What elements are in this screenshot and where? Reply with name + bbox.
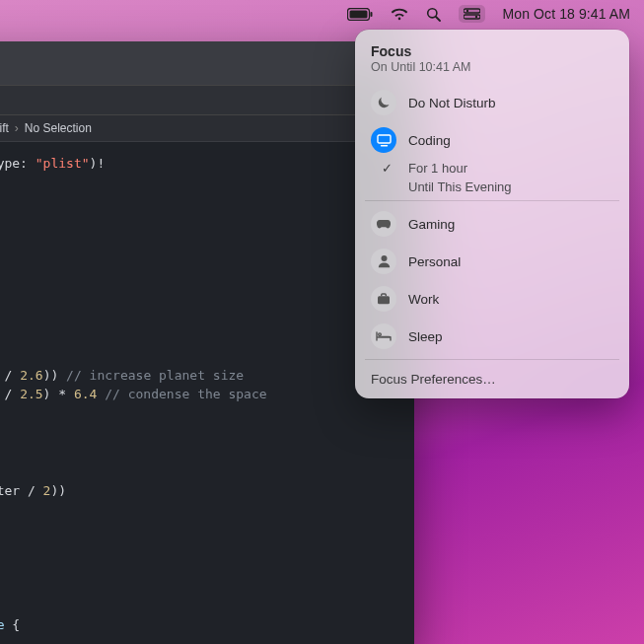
- code-editor[interactable]: rResource: "PlanetDetails", ofType: "pli…: [0, 142, 414, 644]
- battery-icon[interactable]: [347, 8, 373, 21]
- svg-rect-7: [464, 15, 480, 19]
- svg-point-11: [381, 255, 387, 261]
- focus-item-coding[interactable]: Coding: [355, 121, 629, 159]
- svg-rect-9: [378, 135, 391, 143]
- focus-item-label: Do Not Disturb: [408, 96, 613, 110]
- chevron-right-icon: ›: [15, 121, 19, 135]
- xcode-tab-row: .swift: [0, 85, 414, 114]
- duration-label: For 1 hour: [408, 161, 467, 176]
- focus-subtitle: On Until 10:41 AM: [371, 60, 613, 74]
- svg-point-6: [465, 10, 467, 12]
- focus-preferences[interactable]: Focus Preferences…: [355, 364, 629, 393]
- focus-item-gaming[interactable]: Gaming: [355, 205, 629, 243]
- briefcase-icon: [371, 286, 396, 312]
- focus-item-label: Gaming: [408, 217, 613, 232]
- divider: [365, 200, 619, 201]
- moon-icon: [371, 90, 396, 115]
- focus-title: Focus: [371, 43, 613, 59]
- svg-point-8: [474, 16, 476, 18]
- svg-line-4: [436, 17, 440, 21]
- focus-item-work[interactable]: Work: [355, 280, 629, 318]
- bed-icon: [371, 323, 396, 349]
- focus-item-label: Work: [408, 292, 613, 307]
- svg-rect-5: [464, 9, 480, 13]
- breadcrumb: Shared Components › 􀫊 SceneController.sw…: [0, 114, 414, 142]
- focus-item-dnd[interactable]: Do Not Disturb: [355, 84, 629, 121]
- checkmark-icon: ✓: [377, 161, 396, 176]
- crumb-file[interactable]: SceneController.swift: [0, 121, 9, 135]
- display-icon: [371, 127, 396, 153]
- duration-until-evening[interactable]: Until This Evening: [355, 178, 629, 196]
- duration-1-hour[interactable]: ✓ For 1 hour: [355, 159, 629, 178]
- menubar-clock[interactable]: Mon Oct 18 9:41 AM: [503, 6, 630, 22]
- focus-item-label: Sleep: [408, 329, 613, 344]
- focus-popover: Focus On Until 10:41 AM Do Not Disturb C…: [355, 30, 629, 398]
- menubar: Mon Oct 18 9:41 AM: [0, 0, 644, 28]
- spotlight-icon[interactable]: [426, 7, 441, 22]
- crumb-no-selection[interactable]: No Selection: [25, 121, 92, 135]
- control-center-icon[interactable]: [459, 5, 485, 23]
- focus-item-sleep[interactable]: Sleep: [355, 318, 629, 355]
- person-icon: [371, 249, 396, 274]
- xcode-window: 9:41 AM .swift Shared Components › 􀫊 Sce…: [0, 41, 414, 644]
- svg-rect-2: [370, 12, 372, 17]
- xcode-titlebar: 9:41 AM: [0, 41, 414, 85]
- wifi-icon[interactable]: [391, 8, 408, 21]
- divider: [365, 359, 619, 360]
- focus-item-label: Personal: [408, 254, 613, 269]
- focus-item-label: Coding: [408, 133, 613, 148]
- focus-header: Focus On Until 10:41 AM: [355, 41, 629, 84]
- focus-item-personal[interactable]: Personal: [355, 243, 629, 280]
- gamecontroller-icon: [371, 211, 396, 237]
- duration-label: Until This Evening: [408, 179, 512, 194]
- svg-rect-1: [349, 10, 367, 18]
- svg-rect-12: [378, 296, 390, 304]
